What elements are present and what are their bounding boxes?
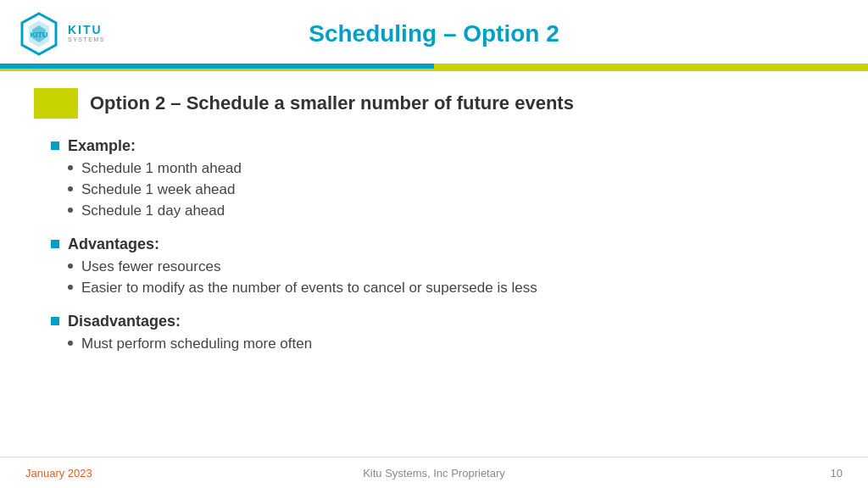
header: KITU KITU SYSTEMS Scheduling – Option 2 — [0, 0, 868, 64]
footer: January 2023 Kitu Systems, Inc Proprieta… — [0, 458, 868, 488]
sub-bullet-icon — [68, 165, 73, 170]
list-item: Schedule 1 month ahead — [68, 160, 242, 177]
sub-bullet-icon — [68, 208, 73, 213]
list-item: Example: Schedule 1 month ahead Schedule… — [51, 137, 826, 224]
logo-icon: KITU — [17, 12, 61, 56]
footer-date: January 2023 — [25, 467, 298, 480]
sub-list: Uses fewer resources Easier to modify as… — [68, 258, 537, 297]
main-content: Option 2 – Schedule a smaller number of … — [0, 71, 868, 385]
footer-company: Kitu Systems, Inc Proprietary — [298, 467, 570, 480]
sub-bullet-icon — [68, 186, 73, 191]
sub-bullet-icon — [68, 341, 73, 346]
sub-item-text: Easier to modify as the number of events… — [81, 280, 537, 297]
logo: KITU KITU SYSTEMS — [17, 12, 105, 56]
blue-bar — [0, 64, 434, 69]
list-item: Schedule 1 week ahead — [68, 181, 242, 198]
logo-subtitle: SYSTEMS — [68, 36, 105, 43]
green-accent-bar — [34, 88, 78, 119]
list-item: Must perform scheduling more often — [68, 336, 312, 352]
sub-item-text: Schedule 1 week ahead — [81, 181, 235, 198]
sub-item-text: Schedule 1 month ahead — [81, 160, 242, 177]
green-bar-header — [434, 64, 868, 69]
sub-list: Must perform scheduling more often — [68, 336, 312, 352]
list-item: Uses fewer resources — [68, 258, 537, 275]
main-item-label: Advantages: — [68, 236, 537, 253]
page-title: Scheduling – Option 2 — [309, 20, 559, 47]
main-item-label: Example: — [68, 137, 242, 155]
footer-page-number: 10 — [570, 467, 843, 480]
main-item-label: Disadvantages: — [68, 313, 312, 330]
sub-bullet-icon — [68, 263, 73, 269]
main-list: Example: Schedule 1 month ahead Schedule… — [34, 137, 826, 357]
svg-text:KITU: KITU — [31, 30, 48, 39]
section-title: Option 2 – Schedule a smaller number of … — [90, 92, 574, 114]
logo-name: KITU — [68, 24, 105, 36]
header-bars — [0, 64, 868, 69]
sub-item-text: Must perform scheduling more often — [81, 336, 312, 352]
sub-bullet-icon — [68, 285, 73, 290]
list-item: Advantages: Uses fewer resources Easier … — [51, 236, 826, 301]
bullet-square-icon — [51, 240, 59, 248]
list-item: Schedule 1 day ahead — [68, 202, 242, 219]
section-heading: Option 2 – Schedule a smaller number of … — [34, 88, 826, 119]
sub-list: Schedule 1 month ahead Schedule 1 week a… — [68, 160, 242, 219]
sub-item-text: Uses fewer resources — [81, 258, 220, 275]
bullet-square-icon — [51, 317, 59, 325]
list-item: Disadvantages: Must perform scheduling m… — [51, 313, 826, 357]
bullet-square-icon — [51, 141, 59, 150]
sub-item-text: Schedule 1 day ahead — [81, 202, 225, 219]
list-item: Easier to modify as the number of events… — [68, 280, 537, 297]
